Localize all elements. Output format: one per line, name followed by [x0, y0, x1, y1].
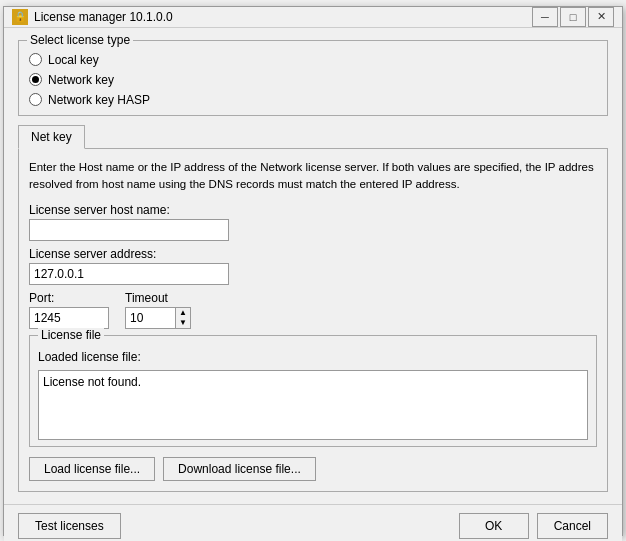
license-manager-window: 🔒 License manager 10.1.0.0 ─ □ ✕ Select … [3, 6, 623, 536]
window-title: License manager 10.1.0.0 [34, 10, 532, 24]
footer-left: Test licenses [18, 513, 459, 539]
host-name-label: License server host name: [29, 203, 597, 217]
radio-group: Local key Network key Network key HASP [29, 49, 597, 107]
spinner-up-button[interactable]: ▲ [176, 308, 190, 318]
cancel-button[interactable]: Cancel [537, 513, 608, 539]
license-file-group: License file Loaded license file: [29, 335, 597, 447]
tab-net-key[interactable]: Net key [18, 125, 85, 149]
address-field-group: License server address: [29, 247, 597, 285]
radio-network-key[interactable]: Network key [29, 73, 597, 87]
port-field-group: Port: [29, 291, 109, 329]
footer-right: OK Cancel [459, 513, 608, 539]
tab-bar: Net key [18, 124, 608, 148]
title-bar: 🔒 License manager 10.1.0.0 ─ □ ✕ [4, 7, 622, 28]
radio-local-key[interactable]: Local key [29, 53, 597, 67]
close-button[interactable]: ✕ [588, 7, 614, 27]
loaded-license-textarea[interactable] [38, 370, 588, 440]
radio-network-key-hasp-label: Network key HASP [48, 93, 150, 107]
address-label: License server address: [29, 247, 597, 261]
host-name-input[interactable] [29, 219, 229, 241]
radio-network-key-hasp-input[interactable] [29, 93, 42, 106]
loaded-label: Loaded license file: [38, 350, 588, 364]
test-licenses-button[interactable]: Test licenses [18, 513, 121, 539]
radio-network-key-label: Network key [48, 73, 114, 87]
timeout-field-group: Timeout ▲ ▼ [125, 291, 191, 329]
radio-local-key-input[interactable] [29, 53, 42, 66]
ok-button[interactable]: OK [459, 513, 529, 539]
file-button-row: Load license file... Download license fi… [29, 457, 597, 481]
port-input[interactable] [29, 307, 109, 329]
window-icon: 🔒 [12, 9, 28, 25]
host-name-field-group: License server host name: [29, 203, 597, 241]
maximize-button[interactable]: □ [560, 7, 586, 27]
license-type-group: Select license type Local key Network ke… [18, 40, 608, 116]
license-file-title: License file [38, 328, 104, 342]
timeout-label: Timeout [125, 291, 191, 305]
radio-network-key-hasp[interactable]: Network key HASP [29, 93, 597, 107]
tab-container: Net key Enter the Host name or the IP ad… [18, 124, 608, 493]
timeout-spinner: ▲ ▼ [125, 307, 191, 329]
license-type-label: Select license type [27, 33, 133, 47]
radio-local-key-label: Local key [48, 53, 99, 67]
download-license-button[interactable]: Download license file... [163, 457, 316, 481]
footer: Test licenses OK Cancel [4, 504, 622, 541]
spinner-buttons: ▲ ▼ [175, 307, 191, 329]
timeout-input[interactable] [125, 307, 175, 329]
load-license-button[interactable]: Load license file... [29, 457, 155, 481]
port-label: Port: [29, 291, 109, 305]
main-content: Select license type Local key Network ke… [4, 28, 622, 505]
tab-content: Enter the Host name or the IP address of… [18, 148, 608, 493]
spinner-down-button[interactable]: ▼ [176, 318, 190, 328]
radio-network-key-input[interactable] [29, 73, 42, 86]
port-timeout-row: Port: Timeout ▲ ▼ [29, 291, 597, 329]
minimize-button[interactable]: ─ [532, 7, 558, 27]
address-input[interactable] [29, 263, 229, 285]
description-text: Enter the Host name or the IP address of… [29, 159, 597, 194]
window-controls: ─ □ ✕ [532, 7, 614, 27]
